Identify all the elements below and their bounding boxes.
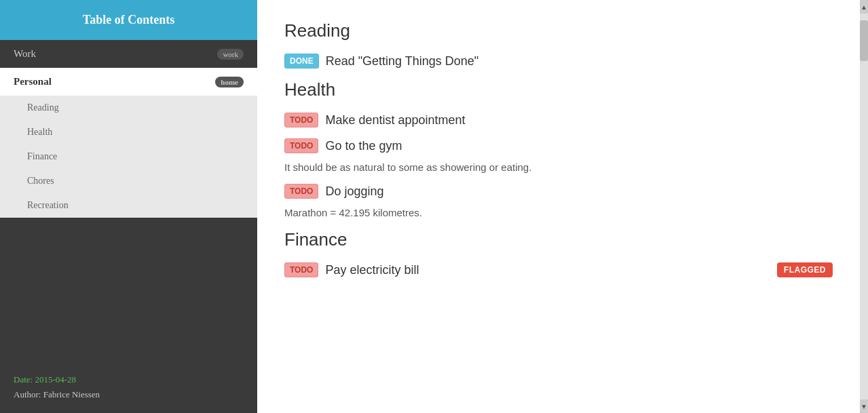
badge-done: DONE — [284, 54, 319, 68]
main-content: Reading DONE Read "Getting Things Done" … — [257, 0, 860, 413]
section-reading: Reading DONE Read "Getting Things Done" — [284, 20, 833, 68]
task-row: TODO Make dentist appointment — [284, 113, 833, 127]
sidebar-item-reading[interactable]: Reading — [0, 96, 257, 120]
section-finance: Finance TODO Pay electricity bill FLAGGE… — [284, 229, 833, 277]
scroll-up-button[interactable]: ▲ — [860, 0, 868, 14]
footer-author: Author: Fabrice Niessen — [14, 387, 244, 402]
footer-date: Date: 2015-04-28 — [14, 372, 244, 387]
sidebar-item-chores[interactable]: Chores — [0, 169, 257, 193]
sidebar-item-health[interactable]: Health — [0, 120, 257, 144]
task-note: It should be as natural to some as showe… — [284, 161, 833, 173]
scroll-down-button[interactable]: ▼ — [860, 399, 868, 413]
sidebar-item-recreation[interactable]: Recreation — [0, 193, 257, 218]
sidebar-item-finance[interactable]: Finance — [0, 144, 257, 169]
task-text: Go to the gym — [325, 139, 402, 153]
task-text: Make dentist appointment — [325, 113, 465, 127]
task-row-flagged: TODO Pay electricity bill FLAGGED — [284, 262, 833, 277]
task-note: Marathon = 42.195 kilometres. — [284, 207, 833, 218]
sidebar-item-work-label: Work — [14, 48, 36, 60]
sidebar-item-work[interactable]: Work work — [0, 40, 257, 68]
task-row-left: TODO Pay electricity bill — [284, 262, 419, 277]
sidebar-footer: Date: 2015-04-28 Author: Fabrice Niessen — [0, 361, 257, 413]
scroll-track — [860, 14, 868, 399]
task-text: Pay electricity bill — [325, 263, 419, 277]
badge-todo: TODO — [284, 262, 318, 277]
sidebar-item-work-badge: work — [217, 49, 244, 60]
badge-todo: TODO — [284, 184, 318, 199]
subsection-list: Reading Health Finance Chores Recreation — [0, 96, 257, 218]
sidebar-item-personal[interactable]: Personal home — [0, 68, 257, 96]
scrollbar: ▲ ▼ — [860, 0, 868, 413]
task-row: DONE Read "Getting Things Done" — [284, 54, 833, 68]
sidebar-title: Table of Contents — [0, 0, 257, 40]
task-row: TODO Go to the gym — [284, 138, 833, 153]
section-reading-heading: Reading — [284, 20, 833, 41]
badge-flagged: FLAGGED — [777, 262, 833, 277]
sidebar: Table of Contents Work work Personal hom… — [0, 0, 257, 413]
sidebar-item-personal-badge: home — [215, 77, 244, 87]
badge-todo: TODO — [284, 138, 318, 153]
sidebar-item-personal-label: Personal — [14, 76, 52, 87]
section-health-heading: Health — [284, 79, 833, 100]
task-text: Do jogging — [325, 184, 383, 199]
badge-todo: TODO — [284, 113, 318, 127]
task-text: Read "Getting Things Done" — [326, 54, 479, 68]
scroll-thumb[interactable] — [860, 20, 868, 61]
section-finance-heading: Finance — [284, 229, 833, 250]
section-health: Health TODO Make dentist appointment TOD… — [284, 79, 833, 218]
sidebar-sections: Work work Personal home Reading Health F… — [0, 40, 257, 361]
task-row: TODO Do jogging — [284, 184, 833, 199]
